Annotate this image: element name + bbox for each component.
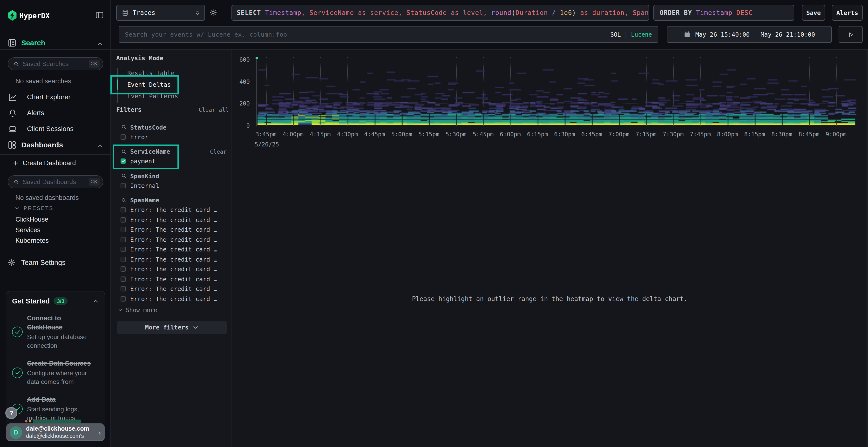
order-by-input[interactable]: ORDER BY Timestamp DESC	[653, 5, 794, 21]
get-started-title: Get Started	[12, 297, 50, 305]
checkbox[interactable]	[121, 207, 126, 213]
filter-checkbox-item[interactable]: Error: The credit card …	[111, 284, 231, 294]
analysis-mode-option-results-table[interactable]: Results Table	[111, 67, 231, 79]
top-bar: Traces SELECT Timestamp, ServiceName as …	[111, 0, 868, 49]
x-tick-label: 9:00pm	[826, 131, 846, 138]
heatmap-canvas[interactable]	[257, 57, 856, 125]
sidebar-item-label: Chart Explorer	[27, 93, 71, 101]
saved-searches-placeholder: Saved Searches	[23, 60, 85, 67]
mode-lucene-toggle[interactable]: Lucene	[631, 31, 652, 38]
checkbox[interactable]	[121, 247, 126, 252]
alerts-button[interactable]: Alerts	[832, 5, 863, 21]
search-icon[interactable]	[121, 197, 127, 203]
sidebar-collapse-icon[interactable]	[95, 11, 104, 19]
database-icon	[122, 9, 129, 16]
presets-toggle[interactable]: PRESETS	[14, 205, 54, 211]
x-axis-date-label: 5/26/25	[255, 141, 279, 148]
sql-select-input[interactable]: SELECT Timestamp, ServiceName as service…	[231, 5, 649, 21]
clear-all-link[interactable]: Clear all	[199, 106, 229, 113]
x-tick-label: 6:45pm	[581, 131, 602, 138]
chevron-up-icon[interactable]	[93, 298, 99, 304]
filter-checkbox-item[interactable]: Error	[111, 132, 231, 142]
checkbox[interactable]	[121, 159, 126, 164]
checkbox[interactable]	[121, 257, 126, 262]
user-menu[interactable]: D dale@clickhouse.com dale@clickhouse.co…	[6, 423, 105, 441]
sidebar-item-alerts[interactable]: Alerts	[0, 106, 111, 121]
show-more-link[interactable]: Show more	[111, 307, 231, 313]
checkbox[interactable]	[121, 134, 126, 140]
analysis-mode-option-event-patterns[interactable]: Event Patterns	[111, 90, 231, 102]
preset-item-clickhouse[interactable]: ClickHouse	[16, 216, 49, 223]
scrollbar-gutter[interactable]	[867, 49, 868, 447]
checkbox[interactable]	[121, 286, 126, 291]
checkbox[interactable]	[121, 296, 126, 302]
save-button[interactable]: Save	[802, 5, 825, 21]
filter-checkbox-item[interactable]: Error: The credit card …	[111, 205, 231, 215]
run-query-button[interactable]	[839, 26, 863, 43]
create-dashboard-button[interactable]: Create Dashboard	[12, 160, 76, 167]
filter-item-label: Error: The credit card …	[130, 295, 217, 303]
filter-item-label: Internal	[130, 182, 159, 189]
sidebar-item-dashboards[interactable]: Dashboards	[0, 139, 111, 152]
source-settings-gear-icon[interactable]	[209, 9, 217, 16]
search-icon[interactable]	[121, 124, 127, 130]
filter-checkbox-item[interactable]: payment	[111, 156, 231, 166]
filter-checkbox-item[interactable]: Error: The credit card …	[111, 215, 231, 225]
get-started-item-subtitle: Set up your database connection	[27, 333, 95, 350]
help-button[interactable]: ?	[5, 407, 18, 419]
chevron-down-icon	[118, 307, 123, 313]
hyperdx-logo-icon	[8, 10, 17, 21]
order-by-tokens: ORDER BY Timestamp DESC	[660, 9, 752, 16]
checkbox[interactable]	[121, 217, 126, 222]
checkbox[interactable]	[121, 237, 126, 242]
search-icon[interactable]	[121, 173, 127, 179]
sql-token: ,	[483, 9, 491, 16]
sql-token: ,	[301, 9, 310, 16]
more-filters-button[interactable]: More filters	[117, 321, 227, 334]
source-select[interactable]: Traces	[116, 5, 205, 21]
checkbox[interactable]	[121, 267, 126, 272]
filter-checkbox-item[interactable]: Error: The credit card …	[111, 225, 231, 235]
sidebar-item-client-sessions[interactable]: Client Sessions	[0, 122, 111, 136]
heatmap-drag-handle[interactable]	[255, 57, 258, 59]
chevron-up-icon	[97, 41, 103, 47]
search-icon[interactable]	[121, 148, 127, 154]
saved-searches-input[interactable]: Saved Searches ⌘K	[8, 57, 103, 70]
filter-checkbox-item[interactable]: Error: The credit card …	[111, 274, 231, 284]
mode-sql-toggle[interactable]: SQL	[610, 31, 621, 38]
filter-checkbox-item[interactable]: Error: The credit card …	[111, 264, 231, 274]
preset-item-kubernetes[interactable]: Kubernetes	[16, 237, 49, 244]
get-started-item[interactable]: Add DataStart sending logs, metrics, or …	[12, 395, 99, 422]
x-tick-label: 4:30pm	[337, 131, 358, 138]
get-started-item[interactable]: Connect to ClickHouseSet up your databas…	[12, 314, 99, 350]
sidebar-item-chart-explorer[interactable]: Chart Explorer	[0, 90, 111, 105]
analysis-mode-option-event-deltas[interactable]: Event Deltas	[111, 79, 231, 91]
filter-checkbox-item[interactable]: Error: The credit card …	[111, 294, 231, 304]
filter-group-name: ServiceName	[130, 148, 170, 155]
filter-checkbox-item[interactable]: Error: The credit card …	[111, 244, 231, 254]
sidebar-item-team-settings[interactable]: Team Settings	[8, 259, 66, 266]
sidebar-item-search[interactable]: Search	[0, 37, 111, 50]
checkbox[interactable]	[121, 183, 126, 188]
x-tick-label: 7:00pm	[608, 131, 629, 138]
filter-checkbox-item[interactable]: Error: The credit card …	[111, 254, 231, 264]
checkbox[interactable]	[121, 227, 126, 232]
team-settings-label: Team Settings	[21, 259, 66, 266]
saved-dashboards-input[interactable]: Saved Dashboards ⌘K	[8, 175, 103, 188]
filter-clear-link[interactable]: Clear	[210, 148, 227, 155]
preset-item-services[interactable]: Services	[16, 227, 40, 234]
filter-checkbox-item[interactable]: Error: The credit card …	[111, 235, 231, 244]
filter-checkbox-item[interactable]: Internal	[111, 181, 231, 191]
empty-state-message: Please highlight an outlier range in the…	[231, 295, 868, 303]
filter-group-name: StatusCode	[130, 124, 166, 131]
analysis-mode-title: Analysis Mode	[116, 55, 163, 62]
filter-item-label: Error: The credit card …	[130, 256, 217, 263]
x-tick-label: 7:15pm	[636, 131, 656, 138]
search-input[interactable]: Search your events w/ Lucene ex. column:…	[119, 26, 658, 43]
checkbox[interactable]	[121, 276, 126, 282]
x-tick-label: 8:45pm	[799, 131, 819, 138]
date-range-picker[interactable]: May 26 15:40:00 - May 26 21:10:00	[667, 26, 832, 43]
x-tick-label: 5:00pm	[391, 131, 412, 138]
search-placeholder: Search your events w/ Lucene ex. column:…	[125, 31, 610, 38]
get-started-item[interactable]: Create Data SourcesConfigure where your …	[12, 359, 99, 386]
